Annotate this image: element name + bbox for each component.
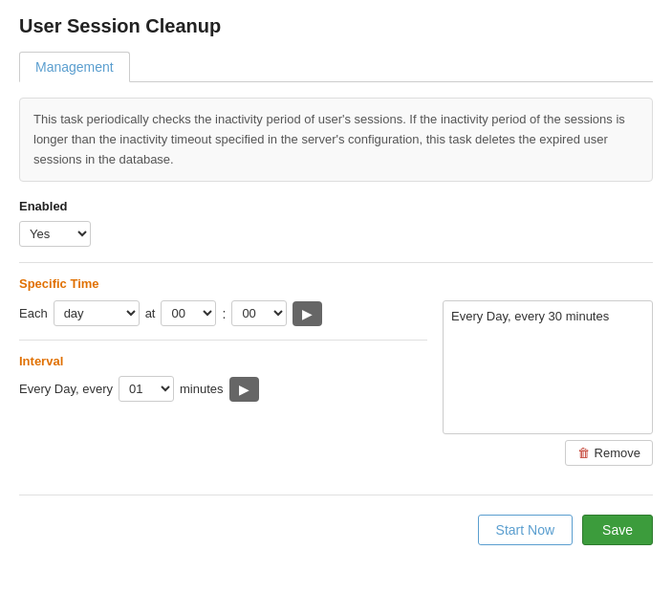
interval-suffix: minutes	[180, 382, 224, 396]
interval-select[interactable]: 01051015 20253045 60	[119, 376, 174, 402]
schedule-panel: Every Day, every 30 minutes 🗑 Remove	[443, 300, 653, 466]
info-box: This task periodically checks the inacti…	[19, 98, 653, 182]
info-text: This task periodically checks the inacti…	[33, 112, 625, 166]
schedule-list[interactable]: Every Day, every 30 minutes	[443, 300, 653, 434]
remove-section: 🗑 Remove	[443, 440, 653, 466]
at-label: at	[145, 306, 156, 320]
minute-select[interactable]: 00051015 20253035 40455055	[231, 300, 287, 326]
start-now-button[interactable]: Start Now	[478, 515, 573, 545]
time-row: Each day week month at 00010203 04050607…	[19, 300, 427, 326]
specific-time-label: Specific Time	[19, 276, 653, 291]
page-wrapper: User Session Cleanup Management This tas…	[0, 0, 672, 616]
tab-bar: Management	[19, 51, 653, 82]
enabled-select[interactable]: Yes No	[19, 221, 91, 247]
bottom-bar: Start Now Save	[19, 495, 653, 545]
divider-1	[19, 262, 653, 263]
remove-label: Remove	[595, 446, 640, 460]
interval-label: Interval	[19, 354, 427, 368]
enabled-group: Enabled Yes No	[19, 199, 653, 247]
interval-add-button[interactable]: ▶	[229, 377, 259, 402]
colon: :	[222, 306, 226, 321]
interval-row: Every Day, every 01051015 20253045 60 mi…	[19, 376, 427, 402]
hour-select[interactable]: 00010203 04050607 08091011 12131415 1617…	[161, 300, 216, 326]
enabled-label: Enabled	[19, 199, 653, 213]
each-label: Each	[19, 306, 48, 320]
specific-time-add-button[interactable]: ▶	[293, 301, 322, 326]
tab-management[interactable]: Management	[19, 52, 130, 82]
list-item: Every Day, every 30 minutes	[451, 307, 644, 325]
page-title: User Session Cleanup	[19, 15, 653, 37]
trash-icon: 🗑	[577, 446, 590, 460]
day-select[interactable]: day week month	[54, 300, 140, 326]
divider-2	[19, 340, 427, 341]
remove-button[interactable]: 🗑 Remove	[565, 440, 653, 466]
left-panel: Each day week month at 00010203 04050607…	[19, 300, 427, 402]
main-content: Each day week month at 00010203 04050607…	[19, 300, 653, 466]
interval-prefix: Every Day, every	[19, 382, 113, 396]
save-button[interactable]: Save	[582, 515, 653, 545]
